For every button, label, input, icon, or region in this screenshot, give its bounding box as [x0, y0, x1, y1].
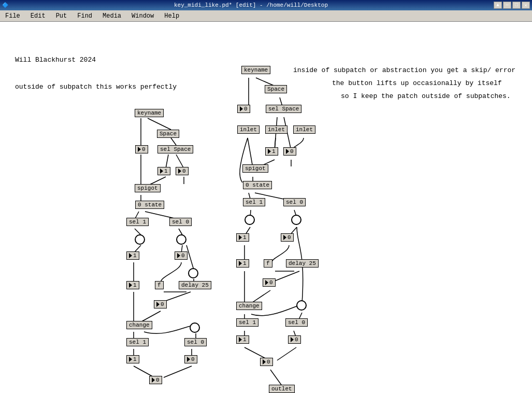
- right-inlet-3[interactable]: inlet: [293, 125, 315, 134]
- left-f-box[interactable]: f: [155, 281, 164, 289]
- svg-line-26: [164, 366, 192, 377]
- right-num1-2[interactable]: 1: [236, 233, 249, 242]
- right-num0-1b[interactable]: 0: [283, 147, 296, 156]
- right-inlet-1[interactable]: inlet: [237, 125, 260, 134]
- left-num0-5[interactable]: 0: [184, 355, 197, 363]
- left-num1-1[interactable]: 1: [157, 167, 170, 175]
- right-inlet-2[interactable]: inlet: [265, 125, 287, 134]
- right-keyname[interactable]: keyname: [241, 66, 270, 74]
- left-change[interactable]: change: [126, 321, 152, 329]
- left-sel0-1[interactable]: sel 0: [169, 218, 192, 226]
- maximize-button[interactable]: —: [503, 2, 511, 9]
- left-num1-3[interactable]: 1: [126, 281, 139, 289]
- menu-help[interactable]: Help: [161, 11, 182, 21]
- window-controls[interactable]: ▲ — □ ✕: [494, 2, 530, 9]
- left-sel-space[interactable]: sel Space: [157, 145, 193, 153]
- comment-inside: inside of subpatch or abstraction you ge…: [293, 66, 515, 74]
- left-num0-3[interactable]: 0: [175, 251, 188, 260]
- svg-line-0: [148, 118, 171, 130]
- comment-author: Will Blackhurst 2024: [15, 56, 96, 64]
- svg-line-31: [275, 117, 277, 150]
- left-num1-4[interactable]: 1: [126, 355, 139, 363]
- left-sel1-2[interactable]: sel 1: [126, 338, 149, 346]
- right-bang-2[interactable]: [291, 215, 301, 225]
- right-num0-4[interactable]: 0: [288, 335, 301, 344]
- right-change[interactable]: change: [236, 302, 262, 310]
- svg-line-54: [277, 347, 296, 360]
- right-num0-3[interactable]: 0: [263, 278, 276, 287]
- left-num1-2[interactable]: 1: [126, 251, 139, 260]
- left-bang-4[interactable]: [190, 322, 200, 333]
- right-num1-3[interactable]: 1: [236, 259, 249, 268]
- right-num0-1[interactable]: 0: [237, 105, 250, 113]
- comment-keep: so I keep the patch outside of subpatche…: [341, 92, 511, 100]
- right-state[interactable]: 0 state: [243, 181, 272, 189]
- right-space-msg[interactable]: Space: [265, 85, 287, 93]
- menu-find[interactable]: Find: [74, 11, 95, 21]
- left-num0-2[interactable]: 0: [176, 167, 189, 175]
- right-sel-space[interactable]: sel Space: [266, 105, 301, 113]
- menu-bar: File Edit Put Find Media Window Help: [0, 10, 532, 22]
- left-state[interactable]: 0 state: [135, 201, 164, 209]
- right-num1-1[interactable]: 1: [265, 147, 278, 156]
- left-bang-1[interactable]: [135, 234, 145, 245]
- svg-line-33: [248, 138, 253, 167]
- left-num0-1[interactable]: 0: [135, 145, 148, 153]
- right-sel1-1[interactable]: sel 1: [243, 198, 265, 206]
- pd-canvas[interactable]: Will Blackhurst 2024 outside of subpatch…: [0, 22, 532, 393]
- left-sel1-1[interactable]: sel 1: [126, 218, 149, 226]
- title-bar: 🔷 key_midi_like.pd* [edit] - /home/will/…: [0, 0, 532, 10]
- right-num0-5[interactable]: 0: [260, 358, 273, 366]
- left-keyname[interactable]: keyname: [135, 109, 164, 117]
- menu-window[interactable]: Window: [128, 11, 157, 21]
- svg-line-46: [275, 271, 299, 281]
- left-num0-6[interactable]: 0: [149, 376, 162, 384]
- left-delay25[interactable]: delay 25: [179, 281, 211, 289]
- left-spigot[interactable]: spigot: [135, 184, 161, 192]
- right-bang-1[interactable]: [245, 215, 255, 225]
- comment-button: the button lifts up occasionally by itse…: [332, 79, 502, 87]
- svg-line-55: [270, 370, 282, 386]
- left-space-msg[interactable]: Space: [157, 130, 179, 138]
- svg-line-2: [171, 138, 176, 145]
- svg-line-3: [166, 155, 168, 169]
- window-title: key_midi_like.pd* [edit] - /home/will/De…: [8, 2, 494, 8]
- right-sel0-2[interactable]: sel 0: [285, 318, 308, 327]
- left-bang-2[interactable]: [176, 234, 186, 245]
- comment-outside: outside of subpatch this works perfectly: [15, 83, 177, 91]
- left-bang-3[interactable]: [188, 268, 198, 278]
- connections-svg: [0, 22, 532, 393]
- right-bang-3[interactable]: [296, 300, 307, 311]
- menu-media[interactable]: Media: [99, 11, 124, 21]
- svg-line-15: [186, 245, 194, 270]
- svg-line-32: [284, 117, 291, 150]
- right-f-box[interactable]: f: [264, 259, 272, 268]
- restore-button[interactable]: □: [512, 2, 521, 9]
- close-button[interactable]: ✕: [522, 2, 530, 9]
- menu-put[interactable]: Put: [53, 11, 70, 21]
- right-num1-4[interactable]: 1: [236, 335, 249, 344]
- right-outlet[interactable]: outlet: [269, 385, 295, 393]
- menu-edit[interactable]: Edit: [27, 11, 49, 21]
- left-num0-4[interactable]: 0: [154, 300, 167, 308]
- right-delay25[interactable]: delay 25: [286, 259, 319, 268]
- svg-line-4: [176, 155, 184, 169]
- right-sel0-1[interactable]: sel 0: [283, 198, 306, 206]
- minimize-button[interactable]: ▲: [494, 2, 502, 9]
- right-num0-2b[interactable]: 0: [281, 233, 294, 242]
- right-spigot[interactable]: spigot: [242, 164, 268, 173]
- right-sel1-2[interactable]: sel 1: [236, 318, 258, 327]
- left-sel0-2[interactable]: sel 0: [184, 338, 207, 346]
- svg-line-19: [163, 292, 191, 302]
- menu-file[interactable]: File: [2, 11, 23, 21]
